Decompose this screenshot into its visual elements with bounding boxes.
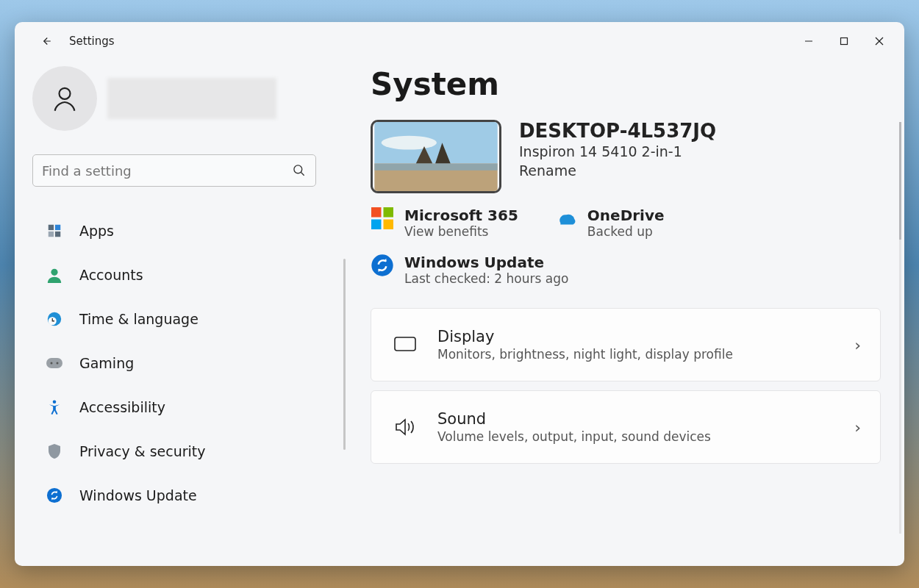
chevron-right-icon: ›: [854, 336, 861, 354]
close-button[interactable]: [862, 24, 897, 59]
svg-point-17: [53, 400, 57, 404]
wallpaper-thumb-image: [373, 122, 499, 191]
svg-rect-29: [395, 337, 415, 351]
sidebar-item-gaming[interactable]: Gaming: [32, 341, 334, 385]
nav-list: Apps Accounts Time & language Gaming Acc…: [32, 209, 334, 517]
minimize-icon: [804, 37, 813, 46]
svg-rect-24: [371, 207, 382, 218]
user-row[interactable]: [32, 66, 334, 131]
status-row: Microsoft 365View benefits OneDriveBacke…: [371, 207, 881, 239]
svg-rect-25: [384, 207, 394, 218]
main-content: System DESKTOP-4L537JQ Inspiron 14 5410 …: [346, 60, 904, 566]
accessibility-icon: [46, 398, 63, 416]
person-icon: [50, 82, 79, 115]
sidebar-item-time-language[interactable]: Time & language: [32, 297, 334, 341]
status-sub: Last checked: 2 hours ago: [404, 271, 568, 286]
sidebar-item-windows-update[interactable]: Windows Update: [32, 473, 334, 517]
status-microsoft365[interactable]: Microsoft 365View benefits: [371, 207, 518, 239]
status-sub: Backed up: [587, 224, 653, 239]
sidebar: Apps Accounts Time & language Gaming Acc…: [15, 60, 346, 566]
maximize-icon: [840, 37, 848, 46]
device-model: Inspiron 14 5410 2-in-1: [519, 143, 716, 159]
rename-link[interactable]: Rename: [519, 162, 716, 179]
svg-rect-26: [371, 220, 382, 230]
settings-cards: DisplayMonitors, brightness, night light…: [371, 308, 881, 464]
svg-rect-23: [374, 163, 497, 170]
arrow-left-icon: [39, 35, 52, 48]
svg-rect-14: [46, 358, 62, 368]
shield-icon: [46, 442, 63, 460]
device-row: DESKTOP-4L537JQ Inspiron 14 5410 2-in-1 …: [371, 120, 881, 193]
close-icon: [875, 37, 884, 46]
settings-window: Settings Apps: [15, 22, 904, 566]
sidebar-item-label: Time & language: [79, 311, 199, 327]
sidebar-item-label: Privacy & security: [79, 443, 206, 459]
search-input[interactable]: [42, 163, 292, 179]
status-text: OneDriveBacked up: [587, 207, 665, 239]
svg-point-15: [51, 362, 53, 365]
svg-rect-7: [49, 225, 54, 230]
card-title: Sound: [437, 410, 854, 428]
titlebar: Settings: [15, 22, 904, 60]
status-text: Microsoft 365View benefits: [404, 207, 518, 239]
svg-rect-8: [55, 225, 60, 230]
status-text: Windows UpdateLast checked: 2 hours ago: [404, 254, 568, 286]
device-name: DESKTOP-4L537JQ: [519, 120, 716, 142]
status-label: Windows Update: [404, 254, 568, 271]
display-icon: [390, 337, 420, 353]
sidebar-item-label: Windows Update: [79, 487, 197, 503]
update-sync-icon: [371, 254, 394, 277]
time-language-icon: [46, 310, 63, 328]
page-title: System: [371, 66, 881, 102]
device-info: DESKTOP-4L537JQ Inspiron 14 5410 2-in-1 …: [519, 120, 716, 179]
card-subtitle: Monitors, brightness, night light, displ…: [437, 347, 854, 362]
status-windows-update[interactable]: Windows UpdateLast checked: 2 hours ago: [371, 254, 881, 286]
status-label: Microsoft 365: [404, 207, 518, 224]
svg-point-22: [382, 136, 437, 150]
gaming-icon: [46, 354, 63, 372]
sidebar-item-label: Apps: [79, 223, 114, 239]
sidebar-item-apps[interactable]: Apps: [32, 209, 334, 253]
card-display[interactable]: DisplayMonitors, brightness, night light…: [371, 308, 881, 381]
user-name-redacted: [107, 78, 276, 119]
device-thumbnail[interactable]: [371, 120, 501, 193]
svg-point-28: [371, 254, 393, 276]
svg-rect-9: [49, 232, 54, 237]
svg-line-6: [301, 173, 304, 176]
card-sound[interactable]: SoundVolume levels, output, input, sound…: [371, 390, 881, 464]
status-sub: View benefits: [404, 224, 488, 239]
status-label: OneDrive: [587, 207, 665, 224]
svg-point-5: [294, 165, 302, 173]
sidebar-item-label: Accessibility: [79, 399, 165, 415]
svg-point-16: [57, 362, 59, 365]
apps-icon: [46, 222, 63, 240]
microsoft-logo-icon: [371, 207, 394, 230]
minimize-button[interactable]: [791, 24, 826, 59]
sidebar-item-label: Accounts: [79, 267, 143, 283]
search-box[interactable]: [32, 154, 316, 187]
sidebar-item-privacy-security[interactable]: Privacy & security: [32, 429, 334, 473]
svg-point-11: [51, 269, 57, 276]
svg-point-4: [60, 88, 71, 99]
svg-rect-10: [55, 232, 60, 237]
back-button[interactable]: [35, 31, 56, 51]
main-scrollbar-thumb[interactable]: [899, 122, 901, 240]
update-sync-icon: [46, 487, 63, 504]
svg-point-18: [47, 488, 62, 503]
svg-rect-1: [841, 38, 848, 45]
card-subtitle: Volume levels, output, input, sound devi…: [437, 429, 854, 444]
status-onedrive[interactable]: OneDriveBacked up: [554, 207, 665, 239]
onedrive-cloud-icon: [554, 207, 577, 230]
svg-rect-27: [384, 220, 394, 230]
avatar: [32, 66, 97, 131]
sidebar-item-label: Gaming: [79, 355, 134, 371]
window-title: Settings: [69, 35, 115, 48]
window-body: Apps Accounts Time & language Gaming Acc…: [15, 60, 904, 566]
sound-icon: [390, 417, 420, 437]
sidebar-item-accessibility[interactable]: Accessibility: [32, 385, 334, 429]
sidebar-item-accounts[interactable]: Accounts: [32, 253, 334, 297]
window-controls: [791, 24, 897, 59]
card-text: DisplayMonitors, brightness, night light…: [437, 328, 854, 362]
maximize-button[interactable]: [826, 24, 862, 59]
chevron-right-icon: ›: [854, 418, 861, 437]
